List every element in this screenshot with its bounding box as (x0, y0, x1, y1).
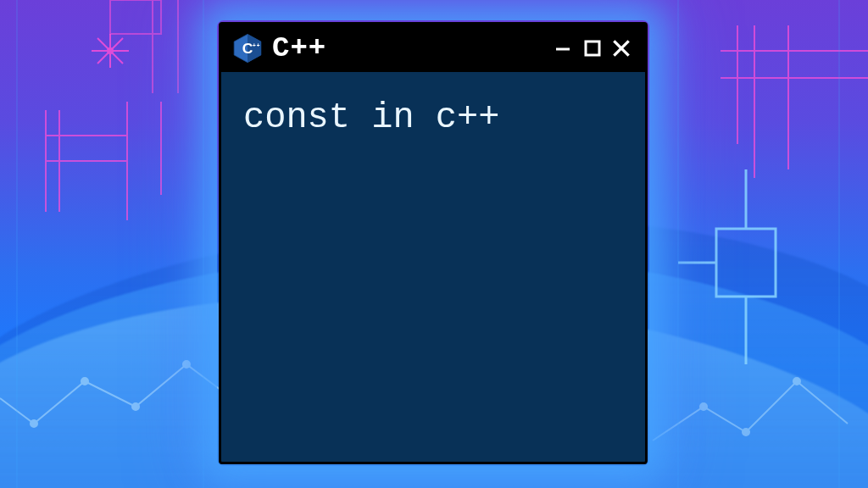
svg-rect-26 (716, 229, 776, 297)
svg-text:+: + (253, 42, 256, 48)
svg-point-17 (183, 361, 190, 368)
titlebar[interactable]: C + + C++ (221, 25, 645, 72)
minimize-button[interactable] (552, 36, 576, 60)
svg-point-20 (793, 378, 800, 385)
svg-point-15 (81, 378, 88, 385)
svg-point-16 (132, 403, 139, 410)
cpp-logo-icon: C + + (231, 32, 264, 64)
svg-point-19 (743, 429, 749, 435)
close-button[interactable] (609, 36, 633, 60)
svg-rect-40 (586, 42, 599, 55)
app-window: C + + C++ (219, 22, 648, 464)
window-title: C++ (272, 32, 543, 64)
maximize-button[interactable] (581, 36, 604, 60)
svg-point-18 (700, 403, 707, 410)
content-text: const in c++ (243, 97, 623, 138)
svg-point-14 (31, 420, 37, 427)
svg-text:C: C (242, 40, 253, 57)
svg-text:+: + (257, 42, 260, 48)
window-controls (552, 36, 633, 60)
window-content: const in c++ (221, 72, 645, 462)
